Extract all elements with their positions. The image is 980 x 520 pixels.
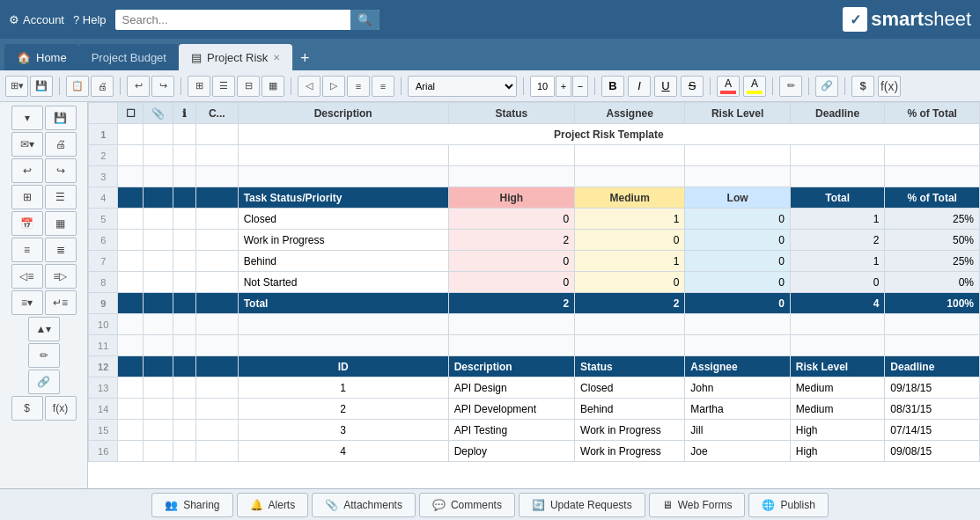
- top-nav: ⚙ Account ? Help 🔍 ✓ smartsheet: [0, 0, 980, 39]
- col-pct-total[interactable]: % of Total: [885, 103, 980, 124]
- bold-btn[interactable]: B: [601, 76, 624, 97]
- sharing-label: Sharing: [183, 499, 219, 511]
- sidebar-email-btn[interactable]: ✉▾: [11, 132, 43, 157]
- bottom-tab-alerts[interactable]: 🔔 Alerts: [237, 493, 309, 517]
- account-menu[interactable]: ⚙ Account: [9, 13, 64, 26]
- tab-close-icon[interactable]: ✕: [273, 53, 280, 62]
- tab-home[interactable]: 🏠 Home: [4, 44, 79, 70]
- sep9: [772, 77, 773, 95]
- redo-btn[interactable]: ↪: [151, 76, 174, 97]
- col-deadline[interactable]: Deadline: [790, 103, 885, 124]
- search-bar[interactable]: 🔍: [115, 10, 379, 30]
- highlighter-tool-btn[interactable]: ✏: [779, 76, 802, 97]
- summary-row-wip: 6 Work in Progress 2 0 0 2 50%: [89, 230, 980, 251]
- sidebar-outdent-btn[interactable]: ≡▷: [45, 264, 77, 289]
- detail-id-header: ID: [238, 356, 448, 377]
- empty-row-11: 11: [89, 335, 980, 356]
- web-forms-icon: 🖥: [662, 499, 673, 511]
- sidebar-indent-btn[interactable]: ◁≡: [11, 264, 43, 289]
- summary-label-header: Task Status/Priority: [238, 187, 448, 209]
- sidebar-redo-btn[interactable]: ↪: [45, 158, 77, 183]
- save-btn[interactable]: 💾: [30, 76, 53, 97]
- search-button[interactable]: 🔍: [350, 10, 379, 30]
- tab-project-budget-label: Project Budget: [92, 51, 166, 64]
- help-menu[interactable]: ? Help: [73, 13, 107, 26]
- search-input[interactable]: [115, 10, 350, 30]
- align-left-btn[interactable]: ≡: [347, 76, 370, 97]
- sidebar-link-btn[interactable]: 🔗: [28, 370, 60, 394]
- spreadsheet[interactable]: ☐ 📎 ℹ C... Description Status Assignee R…: [88, 102, 980, 488]
- print-btn[interactable]: 🖨: [91, 76, 114, 97]
- bottom-tab-attachments[interactable]: 📎 Attachments: [312, 493, 416, 517]
- link-btn[interactable]: 🔗: [815, 76, 838, 97]
- font-size-inc-btn[interactable]: +: [556, 76, 571, 97]
- summary-row-closed: 5 Closed 0 1 0 1 25%: [89, 209, 980, 230]
- currency-btn[interactable]: $: [851, 76, 874, 97]
- col-info: ℹ: [173, 103, 195, 124]
- col-rownum: [89, 103, 118, 124]
- bottom-tab-publish[interactable]: 🌐 Publish: [748, 493, 828, 517]
- bottom-tab-update-requests[interactable]: 🔄 Update Requests: [519, 493, 645, 517]
- sidebar-card-btn[interactable]: ▦: [45, 211, 77, 236]
- bottom-tab-comments[interactable]: 💬 Comments: [419, 493, 515, 517]
- sidebar-print-btn[interactable]: 🖨: [45, 132, 77, 157]
- summary-total-header: Total: [790, 187, 885, 209]
- sidebar-grid-btn[interactable]: ⊞: [11, 185, 43, 209]
- indent-more-btn[interactable]: ▷: [322, 76, 345, 97]
- font-select[interactable]: Arial Times New Roman: [408, 76, 517, 97]
- text-color-btn[interactable]: A: [717, 76, 740, 97]
- empty-row-3: 3: [89, 166, 980, 187]
- col-status[interactable]: Status: [448, 103, 574, 124]
- align-right-btn[interactable]: ≡: [372, 76, 394, 97]
- tab-bar: 🏠 Home Project Budget ▤ Project Risk ✕ +: [0, 39, 980, 70]
- sidebar-filter-btn[interactable]: ≡: [11, 238, 43, 262]
- sidebar-save-btn[interactable]: 💾: [45, 106, 77, 130]
- add-tab-button[interactable]: +: [292, 46, 317, 70]
- update-requests-label: Update Requests: [550, 499, 632, 511]
- clip-btn[interactable]: 📋: [66, 76, 89, 97]
- sep6: [523, 77, 524, 95]
- tab-project-budget[interactable]: Project Budget: [79, 44, 179, 70]
- sidebar-highlight-btn[interactable]: ✏: [28, 343, 60, 368]
- indent-less-btn[interactable]: ◁: [298, 76, 321, 97]
- active-cell[interactable]: [238, 145, 448, 166]
- left-sidebar: ▾ 💾 ✉▾ 🖨 ↩ ↪ ⊞ ☰ 📅 ▦ ≡ ≣ ◁≡ ≡▷ ≡▾ ↵≡: [0, 102, 88, 488]
- grid-view-btn[interactable]: ⊞▾: [5, 76, 28, 97]
- formula-btn[interactable]: f(x): [878, 76, 901, 97]
- publish-icon: 🌐: [762, 499, 775, 511]
- sidebar-sort-btn[interactable]: ≣: [45, 238, 77, 262]
- col-risk-level[interactable]: Risk Level: [685, 103, 791, 124]
- card-btn[interactable]: ⊟: [237, 76, 260, 97]
- col-description[interactable]: Description: [238, 103, 448, 124]
- sidebar-align-btn[interactable]: ≡▾: [11, 290, 43, 315]
- strikethrough-btn[interactable]: S: [681, 76, 704, 97]
- detail-row-3: 15 3 API Testing Work in Progress Jill H…: [89, 420, 980, 441]
- sidebar-wrap-btn[interactable]: ↵≡: [45, 290, 77, 315]
- bottom-tab-sharing[interactable]: 👥 Sharing: [151, 493, 232, 517]
- col-assignee[interactable]: Assignee: [575, 103, 685, 124]
- col-comment: C...: [195, 103, 238, 124]
- italic-btn[interactable]: I: [628, 76, 651, 97]
- sidebar-dropdown-btn[interactable]: ▾: [11, 106, 43, 130]
- sidebar-undo-btn[interactable]: ↩: [11, 158, 43, 183]
- sidebar-fill-btn[interactable]: ▲▾: [28, 317, 60, 341]
- summary-pct-header: % of Total: [885, 187, 980, 209]
- highlight-btn[interactable]: A: [743, 76, 766, 97]
- summary-header-row: 4 Task Status/Priority High Medium Low T…: [89, 187, 980, 209]
- label-not-started: Not Started: [238, 272, 448, 293]
- table-btn[interactable]: ⊞: [188, 76, 210, 97]
- undo-btn[interactable]: ↩: [127, 76, 150, 97]
- underline-btn[interactable]: U: [654, 76, 677, 97]
- font-size-dec-btn[interactable]: −: [572, 76, 588, 97]
- sidebar-gantt-btn[interactable]: ☰: [45, 185, 77, 209]
- gantt-btn[interactable]: ▦: [262, 76, 284, 97]
- sidebar-currency-btn[interactable]: $: [11, 396, 43, 421]
- bottom-tab-web-forms[interactable]: 🖥 Web Forms: [649, 493, 746, 517]
- tab-project-risk[interactable]: ▤ Project Risk ✕: [179, 44, 292, 70]
- home-icon: 🏠: [17, 51, 31, 64]
- sidebar-cal-btn[interactable]: 📅: [11, 211, 43, 236]
- font-size-input[interactable]: [530, 76, 555, 97]
- sidebar-formula-btn[interactable]: f(x): [45, 396, 77, 421]
- detail-row-1: 13 1 API Design Closed John Medium 09/18…: [89, 377, 980, 399]
- list-btn[interactable]: ☰: [212, 76, 235, 97]
